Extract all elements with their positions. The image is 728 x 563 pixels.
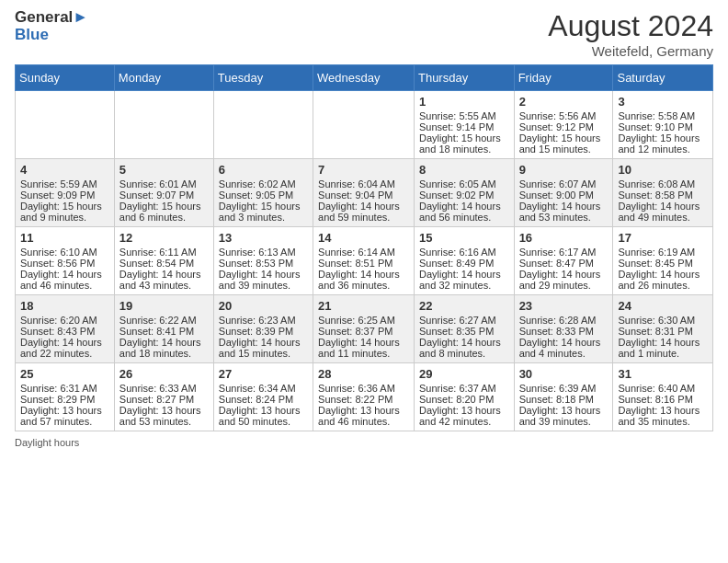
- calendar-week-row: 1Sunrise: 5:55 AMSunset: 9:14 PMDaylight…: [16, 91, 713, 159]
- sunset: Sunset: 8:18 PM: [519, 394, 609, 405]
- logo: General► Blue: [15, 9, 88, 43]
- daylight: Daylight: 13 hours and 50 minutes.: [219, 405, 308, 427]
- sunset: Sunset: 8:31 PM: [618, 326, 708, 337]
- sunrise: Sunrise: 6:07 AM: [519, 178, 609, 190]
- sunset: Sunset: 8:53 PM: [219, 258, 308, 269]
- calendar-cell: 29Sunrise: 6:37 AMSunset: 8:20 PMDayligh…: [414, 363, 514, 431]
- sunrise: Sunrise: 6:20 AM: [20, 315, 109, 326]
- col-sunday: Sunday: [16, 65, 115, 91]
- sunset: Sunset: 8:37 PM: [318, 326, 409, 337]
- calendar-cell: 23Sunrise: 6:28 AMSunset: 8:33 PMDayligh…: [514, 295, 613, 363]
- daylight: Daylight: 15 hours and 15 minutes.: [519, 132, 609, 155]
- calendar-cell: [16, 91, 115, 159]
- calendar-cell: 27Sunrise: 6:34 AMSunset: 8:24 PMDayligh…: [213, 363, 313, 431]
- logo-wordmark: General► Blue: [15, 9, 88, 43]
- calendar-table: Sunday Monday Tuesday Wednesday Thursday…: [15, 64, 713, 431]
- calendar-cell: 14Sunrise: 6:14 AMSunset: 8:51 PMDayligh…: [313, 227, 415, 295]
- sunset: Sunset: 8:39 PM: [219, 326, 308, 337]
- daylight: Daylight: 15 hours and 12 minutes.: [618, 132, 708, 155]
- sunrise: Sunrise: 6:37 AM: [419, 383, 509, 394]
- sunset: Sunset: 9:07 PM: [119, 190, 209, 201]
- day-number: 28: [318, 367, 409, 381]
- day-number: 18: [20, 299, 109, 313]
- sunset: Sunset: 8:33 PM: [519, 326, 609, 337]
- sunrise: Sunrise: 5:56 AM: [519, 110, 609, 121]
- daylight: Daylight: 14 hours and 56 minutes.: [419, 201, 509, 223]
- daylight: Daylight: 13 hours and 39 minutes.: [519, 405, 609, 427]
- daylight: Daylight: 13 hours and 53 minutes.: [119, 405, 209, 427]
- day-number: 30: [519, 367, 609, 381]
- calendar-cell: 13Sunrise: 6:13 AMSunset: 8:53 PMDayligh…: [213, 227, 313, 295]
- sunset: Sunset: 9:10 PM: [618, 121, 708, 132]
- col-friday: Friday: [514, 65, 613, 91]
- calendar-cell: 22Sunrise: 6:27 AMSunset: 8:35 PMDayligh…: [414, 295, 514, 363]
- calendar-cell: 10Sunrise: 6:08 AMSunset: 8:58 PMDayligh…: [613, 159, 713, 227]
- sunset: Sunset: 9:02 PM: [419, 190, 509, 201]
- sunset: Sunset: 8:27 PM: [119, 394, 209, 405]
- daylight: Daylight: 14 hours and 36 minutes.: [318, 269, 409, 291]
- day-number: 21: [318, 299, 409, 313]
- sunset: Sunset: 8:41 PM: [119, 326, 209, 337]
- day-number: 25: [20, 367, 109, 381]
- daylight: Daylight: 14 hours and 8 minutes.: [419, 337, 509, 359]
- sunset: Sunset: 8:49 PM: [419, 258, 509, 269]
- day-number: 8: [419, 163, 509, 177]
- calendar-cell: 12Sunrise: 6:11 AMSunset: 8:54 PMDayligh…: [114, 227, 213, 295]
- calendar-cell: 6Sunrise: 6:02 AMSunset: 9:05 PMDaylight…: [213, 159, 313, 227]
- sunset: Sunset: 8:24 PM: [219, 394, 308, 405]
- month-year: August 2024: [548, 9, 713, 43]
- sunset: Sunset: 8:51 PM: [318, 258, 409, 269]
- calendar-week-row: 4Sunrise: 5:59 AMSunset: 9:09 PMDaylight…: [16, 159, 713, 227]
- calendar-cell: [213, 91, 313, 159]
- day-number: 9: [519, 163, 609, 177]
- calendar-cell: 7Sunrise: 6:04 AMSunset: 9:04 PMDaylight…: [313, 159, 415, 227]
- sunrise: Sunrise: 6:25 AM: [318, 315, 409, 326]
- day-number: 22: [419, 299, 509, 313]
- day-number: 10: [618, 163, 708, 177]
- sunset: Sunset: 8:58 PM: [618, 190, 708, 201]
- calendar-cell: 9Sunrise: 6:07 AMSunset: 9:00 PMDaylight…: [514, 159, 613, 227]
- calendar-cell: 8Sunrise: 6:05 AMSunset: 9:02 PMDaylight…: [414, 159, 514, 227]
- day-number: 16: [519, 231, 609, 245]
- sunrise: Sunrise: 6:01 AM: [119, 178, 209, 190]
- sunrise: Sunrise: 5:55 AM: [419, 110, 509, 121]
- sunrise: Sunrise: 6:39 AM: [519, 383, 609, 394]
- daylight: Daylight: 14 hours and 15 minutes.: [219, 337, 308, 359]
- calendar-cell: 18Sunrise: 6:20 AMSunset: 8:43 PMDayligh…: [16, 295, 115, 363]
- daylight: Daylight: 14 hours and 39 minutes.: [219, 269, 308, 291]
- calendar-cell: 4Sunrise: 5:59 AMSunset: 9:09 PMDaylight…: [16, 159, 115, 227]
- sunrise: Sunrise: 6:28 AM: [519, 315, 609, 326]
- sunrise: Sunrise: 6:36 AM: [318, 383, 409, 394]
- sunset: Sunset: 8:22 PM: [318, 394, 409, 405]
- day-number: 23: [519, 299, 609, 313]
- calendar-cell: 2Sunrise: 5:56 AMSunset: 9:12 PMDaylight…: [514, 91, 613, 159]
- sunset: Sunset: 9:00 PM: [519, 190, 609, 201]
- day-number: 19: [119, 299, 209, 313]
- calendar-cell: 24Sunrise: 6:30 AMSunset: 8:31 PMDayligh…: [613, 295, 713, 363]
- sunrise: Sunrise: 6:11 AM: [119, 247, 209, 258]
- daylight: Daylight: 14 hours and 4 minutes.: [519, 337, 609, 359]
- day-number: 11: [20, 231, 109, 245]
- sunrise: Sunrise: 6:13 AM: [219, 247, 308, 258]
- sunrise: Sunrise: 6:22 AM: [119, 315, 209, 326]
- sunset: Sunset: 9:04 PM: [318, 190, 409, 201]
- daylight: Daylight: 14 hours and 53 minutes.: [519, 201, 609, 223]
- sunrise: Sunrise: 6:34 AM: [219, 383, 308, 394]
- sunrise: Sunrise: 6:14 AM: [318, 247, 409, 258]
- calendar-cell: 28Sunrise: 6:36 AMSunset: 8:22 PMDayligh…: [313, 363, 415, 431]
- calendar-week-row: 11Sunrise: 6:10 AMSunset: 8:56 PMDayligh…: [16, 227, 713, 295]
- page-header: General► Blue August 2024 Weitefeld, Ger…: [15, 9, 713, 59]
- day-number: 4: [20, 163, 109, 177]
- daylight: Daylight: 14 hours and 29 minutes.: [519, 269, 609, 291]
- calendar-cell: 16Sunrise: 6:17 AMSunset: 8:47 PMDayligh…: [514, 227, 613, 295]
- day-number: 7: [318, 163, 409, 177]
- daylight: Daylight: 14 hours and 18 minutes.: [119, 337, 209, 359]
- daylight: Daylight: 13 hours and 46 minutes.: [318, 405, 409, 427]
- calendar-cell: 25Sunrise: 6:31 AMSunset: 8:29 PMDayligh…: [16, 363, 115, 431]
- sunset: Sunset: 8:56 PM: [20, 258, 109, 269]
- sunrise: Sunrise: 6:05 AM: [419, 178, 509, 190]
- day-number: 12: [119, 231, 209, 245]
- sunrise: Sunrise: 6:40 AM: [618, 383, 708, 394]
- sunrise: Sunrise: 5:58 AM: [618, 110, 708, 121]
- sunset: Sunset: 8:35 PM: [419, 326, 509, 337]
